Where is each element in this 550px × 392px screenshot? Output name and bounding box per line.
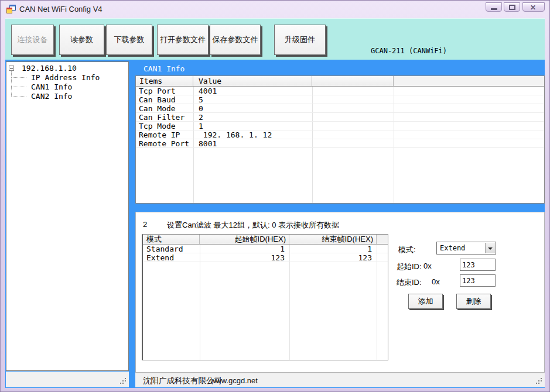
tree-connector-stub (11, 77, 26, 78)
start-id-hex-prefix: 0x (423, 262, 432, 270)
close-icon: ✕ (530, 4, 536, 12)
table-row[interactable]: Can Mode0 (136, 104, 544, 113)
tree-node-ip-address-info[interactable]: IP Address Info (31, 73, 100, 82)
item-name: Can Mode (136, 104, 193, 112)
delete-filter-button[interactable]: 删除 (456, 294, 491, 309)
can1-table-body: Tcp Port4001 Can Baud5 Can Mode0 Can Fil… (136, 87, 544, 203)
window-title: CAN Net WiFi Config V4 (19, 5, 103, 13)
app-icon (6, 5, 16, 14)
company-website: www.gcgd.net (210, 376, 258, 385)
filter-mode: Extend (143, 253, 200, 262)
tree-node-can2-info[interactable]: CAN2 Info (31, 92, 72, 101)
filter-count-label: 2 (143, 220, 147, 229)
left-status-bar (6, 372, 129, 387)
open-params-file-button[interactable]: 打开参数文件 (157, 25, 209, 55)
column-header-value[interactable]: Value (193, 76, 312, 86)
can1-table-header: Items Value (136, 76, 544, 87)
device-model: GCAN-211 (CANWiFi) (371, 47, 456, 55)
filter-start-id: 123 (200, 253, 289, 262)
save-params-file-button[interactable]: 保存参数文件 (210, 25, 261, 55)
titlebar: CAN Net WiFi Config V4 ✕ (1, 1, 550, 18)
item-name: Can Filter (136, 113, 193, 121)
start-id-label: 起始ID: (397, 262, 422, 272)
table-row[interactable]: Remote IP 192. 168. 1. 12 (136, 130, 544, 139)
end-id-hex-prefix: 0x (432, 277, 440, 286)
table-row[interactable]: Tcp Port4001 (136, 87, 544, 95)
bottom-status-bar: 沈阳广成科技有限公司 www.gcgd.net (135, 373, 545, 387)
item-name: Remote IP (136, 130, 193, 139)
tree-connector-stub (11, 87, 26, 87)
app-icon-window-front-title (6, 8, 12, 9)
filter-row[interactable]: Standard11 (143, 245, 388, 253)
can-filter-panel: 2 设置Can滤波 最大12组，默认: 0 表示接收所有数据 模式 起始帧ID(… (135, 212, 545, 373)
tree-connector-line (11, 71, 12, 96)
column-header-start-id[interactable]: 起始帧ID(HEX) (200, 235, 289, 244)
close-button[interactable]: ✕ (522, 2, 545, 12)
item-value: 0 (193, 104, 312, 112)
filter-mode: Standard (143, 245, 200, 253)
table-row[interactable]: Tcp Mode1 (136, 122, 544, 130)
table-row[interactable]: Can Filter2 (136, 113, 544, 122)
toolbar: 连接设备 读参数 下载参数 打开参数文件 保存参数文件 升级固件 GCAN-21… (5, 18, 545, 60)
end-id-label: 结束ID: (397, 277, 422, 288)
tree-collapse-icon[interactable] (9, 66, 14, 71)
filter-table-header: 模式 起始帧ID(HEX) 结束帧ID(HEX) (143, 235, 388, 245)
item-value: 2 (193, 113, 312, 121)
connect-device-button[interactable]: 连接设备 (11, 25, 54, 55)
item-name: Tcp Mode (136, 122, 193, 130)
resize-grip-icon[interactable] (125, 383, 126, 384)
filter-table: 模式 起始帧ID(HEX) 结束帧ID(HEX) Standard11 Exte… (142, 234, 388, 360)
item-value: 192. 168. 1. 12 (193, 130, 312, 139)
end-id-input[interactable] (460, 274, 496, 287)
item-value: 1 (193, 122, 312, 130)
tree-node-can1-info[interactable]: CAN1 Info (31, 82, 72, 91)
download-params-button[interactable]: 下载参数 (106, 25, 152, 55)
mode-selected-value: Extend (440, 244, 465, 252)
column-header-end-id[interactable]: 结束帧ID(HEX) (289, 235, 377, 244)
column-header-mode[interactable]: 模式 (143, 235, 200, 244)
minimize-icon (491, 8, 497, 10)
app-window: CAN Net WiFi Config V4 ✕ 连接设备 读参数 下载参数 打… (0, 0, 550, 392)
maximize-button[interactable] (504, 2, 520, 12)
item-value: 4001 (193, 87, 312, 95)
device-tree: 192.168.1.10 IP Address Info CAN1 Info C… (6, 61, 129, 371)
tree-connector-stub (11, 96, 26, 97)
minimize-button[interactable] (486, 2, 502, 12)
table-row[interactable]: Can Baud5 (136, 95, 544, 104)
table-row[interactable]: Remote Port8001 (136, 139, 544, 148)
minus-glyph (10, 68, 13, 68)
can1-info-table: Items Value Tcp Port4001 Can Baud5 Can M… (135, 75, 545, 204)
item-value: 5 (193, 95, 312, 104)
app-icon-window-back-title (9, 5, 16, 6)
item-name: Tcp Port (136, 87, 193, 95)
maximize-icon (509, 5, 515, 10)
filter-table-body: Standard11 Extend123123 (143, 245, 388, 262)
item-name: Remote Port (136, 139, 193, 147)
column-header-empty[interactable] (312, 76, 394, 86)
read-params-button[interactable]: 读参数 (59, 25, 104, 55)
start-id-input[interactable] (460, 259, 496, 271)
column-header-items[interactable]: Items (136, 76, 193, 86)
filter-row[interactable]: Extend123123 (143, 253, 388, 262)
item-name: Can Baud (136, 95, 193, 104)
tree-node-device-ip[interactable]: 192.168.1.10 (22, 64, 77, 73)
content-area: 192.168.1.10 IP Address Info CAN1 Info C… (5, 60, 545, 388)
chevron-down-icon (488, 247, 493, 250)
filter-description-label: 设置Can滤波 最大12组，默认: 0 表示接收所有数据 (167, 220, 339, 231)
filter-end-id: 1 (289, 245, 377, 253)
dropdown-button[interactable] (485, 243, 495, 253)
resize-grip-icon[interactable] (541, 383, 542, 384)
section-title: CAN1 Info (144, 64, 185, 73)
upgrade-firmware-button[interactable]: 升级固件 (274, 25, 326, 55)
add-filter-button[interactable]: 添加 (408, 294, 443, 309)
filter-start-id: 1 (200, 245, 289, 253)
filter-end-id: 123 (289, 253, 377, 262)
mode-label: 模式: (398, 245, 416, 255)
item-value: 8001 (193, 139, 312, 147)
mode-select[interactable]: Extend (436, 242, 496, 255)
